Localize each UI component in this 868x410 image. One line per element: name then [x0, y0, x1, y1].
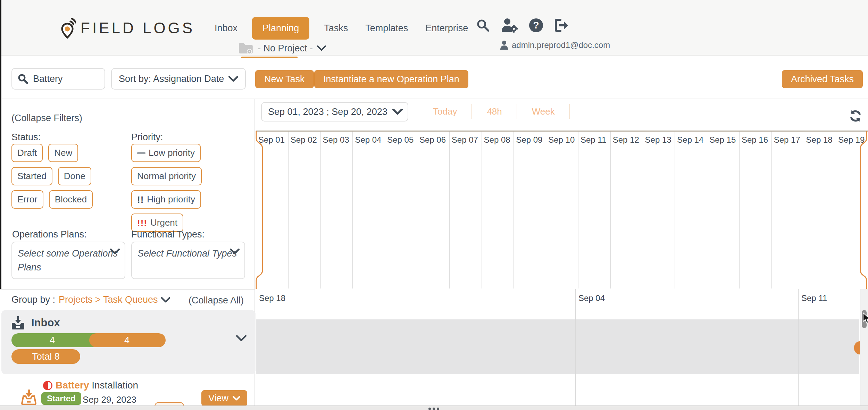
date-range-select[interactable]: Sep 01, 2023 ; Sep 20, 2023 — [261, 102, 408, 122]
day-column-label: Sep 17 — [772, 132, 804, 145]
user-account[interactable]: admin.preprod1@doc.com — [500, 40, 610, 50]
vertical-scrollbar-thumb[interactable] — [862, 310, 867, 328]
inbox-group-chevron-icon[interactable] — [236, 335, 247, 342]
vertical-scrollbar[interactable] — [860, 289, 868, 405]
day-column[interactable]: Sep 07 — [449, 132, 482, 288]
nav-tab-label: Planning — [262, 23, 299, 33]
day-column[interactable]: Sep 11 — [578, 132, 610, 288]
day-column-label: Sep 10 — [546, 132, 578, 145]
logout-icon[interactable] — [554, 18, 569, 32]
priority-filter-chip[interactable]: Low priority — [131, 144, 201, 162]
day-column[interactable]: Sep 08 — [482, 132, 514, 288]
count-orange-value: 4 — [124, 335, 130, 346]
help-icon[interactable]: ? — [529, 18, 543, 32]
project-selector[interactable]: - No Project - — [238, 42, 326, 54]
inbox-group-header[interactable]: Inbox — [10, 315, 60, 330]
task-title-rest: Installation — [89, 380, 138, 391]
functional-types-select[interactable]: Select Functional Types — [131, 242, 245, 279]
instantiate-operation-plan-button[interactable]: Instantiate a new Operation Plan — [314, 70, 468, 88]
status-filter-group: Draft New Started Done Error Blocked — [11, 144, 93, 209]
nav-tab[interactable]: Planning — [252, 17, 309, 40]
priority-filter-chip[interactable]: !! High priority — [131, 190, 201, 209]
status-chip-label: Done — [64, 171, 85, 182]
day-column-label: Sep 03 — [321, 132, 353, 145]
nav-tab[interactable]: Tasks — [321, 23, 351, 34]
day-column[interactable]: Sep 09 — [514, 132, 546, 288]
view-button-label: View — [208, 393, 228, 404]
status-chip-label: Started — [17, 171, 47, 182]
search-icon[interactable] — [476, 19, 490, 32]
day-column[interactable]: Sep 06 — [417, 132, 449, 288]
week-column-sep04: Sep 04 — [575, 289, 576, 405]
day-column-label: Sep 16 — [740, 132, 771, 145]
status-filter-chip[interactable]: Blocked — [49, 190, 93, 209]
operations-plans-placeholder: Select some Operations Plans — [18, 248, 118, 273]
scrollbar-handle-dots-icon[interactable] — [428, 408, 439, 410]
day-column[interactable]: Sep 15 — [707, 132, 739, 288]
day-column[interactable]: Sep 19 — [836, 132, 868, 288]
nav-tab[interactable]: Enterprise — [423, 23, 471, 34]
priority-filter-group: Low priority Normal priority !! High pri… — [131, 144, 202, 232]
archived-tasks-button[interactable]: Archived Tasks — [782, 70, 863, 88]
week-label: Sep 11 — [801, 293, 827, 303]
new-task-button[interactable]: New Task — [255, 70, 314, 88]
day-column-label: Sep 05 — [385, 132, 417, 145]
day-column[interactable]: Sep 02 — [288, 132, 320, 288]
fieldlogs-app: FIELD LOGS Inbox Planning Tasks Template… — [0, 0, 868, 410]
day-column[interactable]: Sep 03 — [320, 132, 353, 288]
day-column-label: Sep 01 — [256, 132, 288, 145]
day-column[interactable]: Sep 18 — [804, 132, 836, 288]
collapse-filters-link[interactable]: (Collapse Filters) — [11, 113, 82, 124]
day-column[interactable]: Sep 05 — [385, 132, 417, 288]
task-title[interactable]: Battery Installation — [56, 380, 138, 391]
day-column[interactable]: Sep 13 — [643, 132, 675, 288]
day-column[interactable]: Sep 10 — [546, 132, 578, 288]
status-filter-chip[interactable]: New — [48, 144, 78, 162]
horizontal-scrollbar[interactable] — [0, 405, 868, 410]
operations-plans-select[interactable]: Select some Operations Plans — [11, 242, 125, 279]
day-column[interactable]: Sep 17 — [771, 132, 804, 288]
priority-filter-chip[interactable]: Normal priority — [131, 167, 202, 185]
count-green-value: 4 — [50, 335, 55, 346]
day-column[interactable]: Sep 16 — [739, 132, 771, 288]
nav-tab[interactable]: Templates — [362, 23, 411, 34]
priority-icon — [137, 152, 145, 154]
task-inbox-icon — [21, 389, 37, 405]
quick-range-link[interactable]: Week — [517, 106, 569, 117]
quick-range-link[interactable]: Today — [418, 106, 471, 117]
priority-chip-label: Low priority — [149, 148, 195, 158]
priority-icon: !!! — [137, 218, 147, 227]
inbox-icon — [10, 315, 26, 330]
project-selector-label: - No Project - — [258, 43, 313, 54]
quick-link-divider — [569, 104, 570, 119]
nav-tab-label: Templates — [365, 23, 408, 33]
collapse-all-link[interactable]: (Collapse All) — [189, 295, 244, 306]
status-filter-chip[interactable]: Started — [11, 167, 52, 185]
day-column-label: Sep 14 — [675, 132, 707, 145]
day-column[interactable]: Sep 12 — [610, 132, 643, 288]
left-edge-strip — [0, 0, 1, 289]
sort-select[interactable]: Sort by: Assignation Date — [111, 68, 246, 90]
refresh-icon[interactable] — [849, 109, 862, 123]
priority-chip-label: Urgent — [150, 217, 177, 228]
task-view-button[interactable]: View — [201, 390, 247, 406]
day-column[interactable]: Sep 01 — [256, 132, 288, 288]
status-filter-chip[interactable]: Error — [11, 190, 43, 209]
app-logo[interactable]: FIELD LOGS — [59, 17, 195, 39]
priority-icon: !! — [137, 195, 144, 204]
task-search-input[interactable]: Battery — [11, 68, 105, 90]
group-by-value[interactable]: Projects > Task Queues — [59, 294, 158, 305]
timeline-minimap[interactable]: Sep 04 Sep 11 Sep 18 — [256, 289, 859, 405]
user-settings-icon[interactable] — [501, 18, 518, 33]
status-filter-chip[interactable]: Done — [58, 167, 91, 185]
nav-tab[interactable]: Inbox — [212, 23, 240, 34]
quick-range-link[interactable]: 48h — [472, 106, 516, 117]
status-chip-label: Blocked — [55, 194, 87, 205]
day-column[interactable]: Sep 04 — [352, 132, 385, 288]
logo-pin-icon — [59, 17, 76, 39]
status-filter-label: Status: — [11, 132, 41, 143]
status-filter-chip[interactable]: Draft — [11, 144, 43, 162]
week-column-sep11: Sep 11 — [798, 289, 799, 405]
chevron-down-icon[interactable] — [161, 297, 170, 303]
day-column[interactable]: Sep 14 — [675, 132, 707, 288]
